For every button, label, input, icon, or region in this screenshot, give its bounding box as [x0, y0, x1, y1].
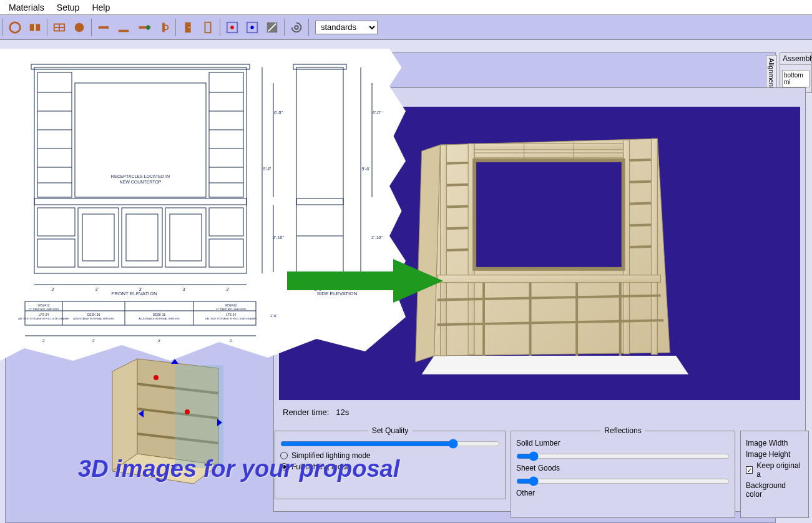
- svg-marker-144: [287, 259, 443, 303]
- separator: [284, 19, 285, 36]
- separator: [2, 19, 3, 36]
- tool-door-icon[interactable]: [179, 18, 197, 37]
- menu-bar: Materials Setup Help: [0, 0, 812, 15]
- svg-text:RECEPTACLES LOCATED IN: RECEPTACLES LOCATED IN: [111, 174, 170, 178]
- svg-line-49: [446, 163, 468, 164]
- svg-text:1'-6': 1'-6': [270, 314, 277, 318]
- tool-swirl-icon[interactable]: [287, 18, 306, 37]
- keep-aspect-checkbox[interactable]: ✓: [746, 466, 753, 474]
- svg-text:LAT. FILE STORAGE IN FULL SIZE: LAT. FILE STORAGE IN FULL SIZE DRAWER: [18, 317, 70, 320]
- tool-downbar-icon[interactable]: [114, 18, 133, 37]
- svg-point-18: [230, 26, 234, 29]
- refl-sheet-label: Sheet Goods: [516, 464, 560, 472]
- svg-rect-75: [209, 72, 243, 197]
- render-time-label: Render time:: [283, 408, 329, 417]
- tool-diag-icon[interactable]: [263, 18, 281, 37]
- render-time: Render time: 12s: [283, 408, 349, 417]
- svg-rect-95: [293, 64, 346, 69]
- svg-line-51: [446, 206, 468, 207]
- svg-rect-46: [474, 153, 624, 158]
- menu-setup[interactable]: Setup: [51, 1, 86, 14]
- svg-rect-92: [126, 214, 158, 261]
- svg-text:2': 2': [42, 339, 45, 343]
- svg-rect-16: [205, 22, 210, 32]
- separator: [220, 19, 220, 36]
- svg-text:WS2412: WS2412: [225, 303, 237, 307]
- svg-text:3': 3': [158, 339, 160, 343]
- tool-node2-icon[interactable]: [243, 18, 262, 37]
- svg-rect-90: [209, 239, 243, 267]
- tool-grid-icon[interactable]: [50, 18, 69, 37]
- tool-circle-icon[interactable]: [6, 18, 24, 37]
- tool-node1-icon[interactable]: [223, 18, 242, 37]
- svg-text:6'-0": 6'-0": [274, 110, 283, 115]
- svg-rect-30: [175, 365, 223, 468]
- svg-rect-105: [25, 301, 256, 325]
- toolbar: standards: [0, 15, 812, 40]
- svg-text:9'-6': 9'-6': [263, 167, 271, 171]
- svg-rect-14: [185, 22, 190, 32]
- svg-text:LAT. FILE STORAGE IN FULL SIZE: LAT. FILE STORAGE IN FULL SIZE DRAWER: [205, 317, 257, 320]
- svg-line-52: [446, 228, 468, 228]
- svg-rect-88: [165, 208, 206, 267]
- svg-marker-25: [112, 359, 137, 471]
- image-height-label: Image Height: [746, 450, 790, 459]
- svg-rect-93: [170, 214, 202, 261]
- separator: [91, 19, 92, 36]
- svg-rect-66: [34, 67, 247, 273]
- svg-line-57: [630, 225, 652, 225]
- tool-circle2-icon[interactable]: [70, 18, 89, 37]
- svg-point-32: [185, 409, 190, 414]
- refl-solid-label: Solid Lumber: [516, 439, 560, 447]
- svg-text:6'-0": 6'-0": [373, 110, 381, 115]
- svg-rect-7: [99, 26, 109, 29]
- svg-rect-96: [296, 198, 343, 205]
- svg-rect-43: [651, 139, 657, 354]
- svg-text:NEW COUNTERTOP: NEW COUNTERTOP: [119, 180, 161, 184]
- refl-solid-slider[interactable]: [516, 451, 730, 461]
- tool-split-icon[interactable]: [26, 18, 44, 37]
- svg-rect-86: [78, 208, 119, 267]
- svg-rect-44: [474, 160, 624, 269]
- quality-slider[interactable]: [280, 439, 500, 449]
- svg-line-53: [446, 250, 468, 250]
- svg-text:2': 2': [226, 287, 229, 291]
- svg-text:3': 3': [92, 339, 95, 343]
- svg-point-31: [154, 375, 159, 380]
- assembly-header: Assembly: [780, 53, 811, 65]
- tool-door2-icon[interactable]: [198, 18, 217, 37]
- headline-text: 3D images for your proposal: [78, 456, 399, 482]
- svg-text:2': 2': [51, 287, 54, 291]
- svg-line-58: [630, 247, 652, 247]
- keep-aspect-label: Keep original a: [756, 461, 803, 479]
- svg-text:3': 3': [95, 287, 98, 291]
- svg-rect-68: [37, 72, 72, 197]
- svg-text:2': 2': [230, 339, 232, 343]
- refl-sheet-slider[interactable]: [516, 476, 730, 486]
- assembly-option[interactable]: bottom mi: [782, 70, 810, 87]
- group-reflections: Reflections Solid Lumber Sheet Goods Oth…: [511, 431, 735, 518]
- svg-rect-83: [34, 198, 247, 205]
- svg-line-56: [630, 203, 652, 203]
- svg-text:12" DEEP ADJ. SHELVING: 12" DEEP ADJ. SHELVING: [29, 308, 59, 311]
- blueprint-overlay: RECEPTACLES LOCATED IN NEW COUNTERTOP FR…: [0, 49, 406, 361]
- refl-legend: Reflections: [600, 426, 645, 435]
- svg-text:ADJUSTABLE INTERNAL SHELVES: ADJUSTABLE INTERNAL SHELVES: [139, 317, 180, 320]
- menu-help[interactable]: Help: [86, 1, 116, 14]
- svg-rect-91: [82, 214, 114, 261]
- svg-rect-87: [122, 208, 162, 267]
- svg-rect-85: [37, 239, 75, 267]
- separator: [175, 19, 176, 36]
- svg-text:12" DEEP ADJ. SHELVING: 12" DEEP ADJ. SHELVING: [216, 308, 246, 311]
- svg-text:WS2412: WS2412: [37, 303, 49, 307]
- svg-text:DESK 36: DESK 36: [153, 313, 166, 316]
- blueprint-svg: RECEPTACLES LOCATED IN NEW COUNTERTOP FR…: [0, 49, 406, 361]
- tool-plus-icon[interactable]: [134, 18, 153, 37]
- standards-select[interactable]: standards: [315, 21, 378, 34]
- svg-text:9'-6': 9'-6': [362, 167, 370, 171]
- tool-bar-icon[interactable]: [94, 18, 113, 37]
- svg-point-20: [250, 26, 254, 29]
- tool-handle-icon[interactable]: [154, 18, 173, 37]
- svg-point-0: [10, 22, 21, 32]
- menu-materials[interactable]: Materials: [2, 1, 51, 14]
